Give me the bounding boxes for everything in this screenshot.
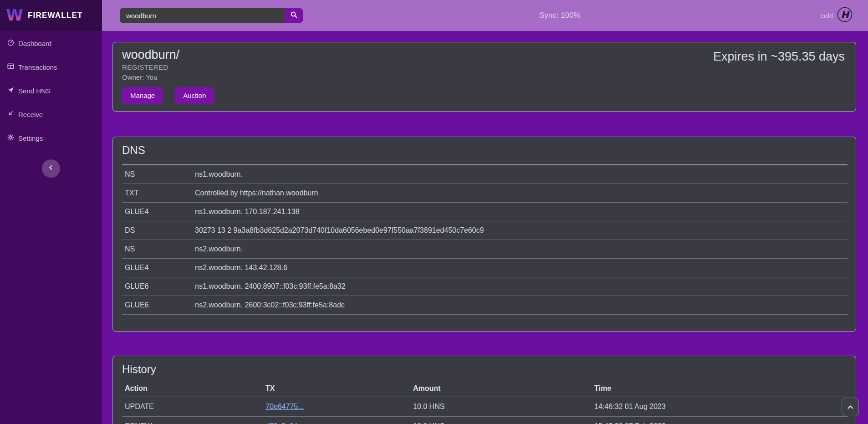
tx-link[interactable]: 70e64775... xyxy=(266,403,304,410)
dns-record-row: GLUE4 ns2.woodburn. 143.42.128.6 xyxy=(122,259,848,277)
dns-record-row: GLUE4 ns1.woodburn. 170.187.241.138 xyxy=(122,203,848,221)
dns-record-type: NS xyxy=(122,240,192,259)
dns-card: DNS NS ns1.woodburn. TXT Controlled by h… xyxy=(112,137,856,332)
dns-record-value: Controlled by https://nathan.woodburn xyxy=(192,184,848,203)
table-icon xyxy=(7,63,14,71)
svg-text:W: W xyxy=(6,6,23,24)
dns-record-value: ns1.woodburn. 170.187.241.138 xyxy=(192,203,848,221)
speedometer-icon xyxy=(7,39,14,47)
tx-link[interactable]: d73c5e64... xyxy=(266,422,304,424)
domain-status-label: REGISTERED xyxy=(122,63,847,71)
history-card: History Action TX Amount Time UPDATE 70e… xyxy=(112,356,856,424)
dns-record-row: NS ns2.woodburn. xyxy=(122,240,848,259)
dns-record-value: ns1.woodburn. xyxy=(192,165,848,184)
dns-section-title: DNS xyxy=(113,137,856,157)
wallet-mode-label: cold xyxy=(820,12,833,20)
chevron-left-icon xyxy=(47,164,55,173)
send-icon xyxy=(7,87,14,95)
brand-home-link[interactable]: W FIREWALLET xyxy=(0,0,102,31)
dns-record-row: GLUE6 ns1.woodburn. 2400:8907::f03c:93ff… xyxy=(122,277,848,296)
sidebar-item-label: Receive xyxy=(18,111,43,118)
sync-status: Sync: 100% xyxy=(539,0,581,31)
sidebar: W FIREWALLET Dashboard xyxy=(0,0,102,424)
sidebar-item-dashboard[interactable]: Dashboard xyxy=(0,31,102,55)
history-time: 15:47:30 07 Feb 2023 xyxy=(592,417,848,424)
dns-record-row: TXT Controlled by https://nathan.woodbur… xyxy=(122,184,848,203)
svg-text:H: H xyxy=(841,10,850,20)
history-header-action: Action xyxy=(122,380,263,397)
topbar: Sync: 100% cold H xyxy=(102,0,868,31)
history-header-amount: Amount xyxy=(410,380,592,397)
receive-arrow-icon xyxy=(7,110,14,118)
history-row: UPDATE 70e64775... 10.0 HNS 14:46:32 01 … xyxy=(122,397,848,417)
dns-record-value: ns2.woodburn. 143.42.128.6 xyxy=(192,259,848,277)
sidebar-item-label: Dashboard xyxy=(18,40,51,47)
domain-card: woodburn/ REGISTERED Owner: You Manage A… xyxy=(112,42,856,112)
sidebar-item-label: Transactions xyxy=(18,63,57,71)
sidebar-item-receive[interactable]: Receive xyxy=(0,102,102,126)
gear-icon xyxy=(7,134,14,142)
dns-record-value: ns2.woodburn. 2600:3c02::f03c:93ff:fe5a:… xyxy=(192,296,848,315)
dns-record-type: GLUE4 xyxy=(122,259,192,277)
history-row: RENEW d73c5e64... 10.0 HNS 15:47:30 07 F… xyxy=(122,417,848,424)
manage-button[interactable]: Manage xyxy=(122,87,163,104)
dns-record-type: TXT xyxy=(122,184,192,203)
dns-record-row: NS ns1.woodburn. xyxy=(122,165,848,184)
sidebar-item-transactions[interactable]: Transactions xyxy=(0,55,102,79)
dns-record-type: DS xyxy=(122,221,192,240)
search-bar xyxy=(120,8,303,23)
search-input[interactable] xyxy=(120,8,285,23)
scroll-to-top-button[interactable] xyxy=(842,398,859,416)
history-amount: 10.0 HNS xyxy=(410,397,592,417)
history-header-row: Action TX Amount Time xyxy=(122,380,848,397)
history-action: RENEW xyxy=(122,417,263,424)
dns-record-value: ns1.woodburn. 2400:8907::f03c:93ff:fe5a:… xyxy=(192,277,848,296)
history-header-tx: TX xyxy=(263,380,410,397)
history-amount: 10.0 HNS xyxy=(410,417,592,424)
dns-record-type: NS xyxy=(122,165,192,184)
expiry-label: Expires in ~395.35 days xyxy=(713,50,845,64)
sidebar-item-label: Send HNS xyxy=(18,87,51,95)
domain-owner-label: Owner: You xyxy=(122,73,847,81)
history-action: UPDATE xyxy=(122,397,263,417)
firewallet-window: W FIREWALLET Dashboard xyxy=(0,0,868,424)
dns-record-value: 30273 13 2 9a3a8fb3d625d2a2073d740f10da6… xyxy=(192,221,848,240)
history-header-time: Time xyxy=(592,380,848,397)
wallet-selector[interactable]: cold H xyxy=(820,0,853,31)
dns-record-type: GLUE6 xyxy=(122,277,192,296)
sidebar-item-settings[interactable]: Settings xyxy=(0,126,102,150)
search-button[interactable] xyxy=(285,8,303,23)
history-table: Action TX Amount Time UPDATE 70e64775...… xyxy=(122,380,848,424)
sidebar-collapse-button[interactable] xyxy=(42,159,60,178)
dns-record-row: GLUE6 ns2.woodburn. 2600:3c02::f03c:93ff… xyxy=(122,296,848,315)
dns-records-table: NS ns1.woodburn. TXT Controlled by https… xyxy=(122,164,848,315)
sidebar-item-send-hns[interactable]: Send HNS xyxy=(0,79,102,102)
firewallet-logo-icon: W xyxy=(6,5,23,26)
handshake-logo-icon: H xyxy=(837,7,853,24)
search-icon xyxy=(290,11,298,20)
brand-name: FIREWALLET xyxy=(28,11,83,20)
chevron-up-icon xyxy=(847,403,854,411)
history-time: 14:46:32 01 Aug 2023 xyxy=(592,397,848,417)
main-content: woodburn/ REGISTERED Owner: You Manage A… xyxy=(102,31,868,424)
dns-record-row: DS 30273 13 2 9a3a8fb3d625d2a2073d740f10… xyxy=(122,221,848,240)
dns-record-value: ns2.woodburn. xyxy=(192,240,848,259)
dns-record-type: GLUE6 xyxy=(122,296,192,315)
sidebar-nav: Dashboard Transactions S xyxy=(0,31,102,150)
sidebar-item-label: Settings xyxy=(18,134,43,142)
history-section-title: History xyxy=(113,356,856,376)
auction-button[interactable]: Auction xyxy=(175,87,214,104)
dns-record-type: GLUE4 xyxy=(122,203,192,221)
